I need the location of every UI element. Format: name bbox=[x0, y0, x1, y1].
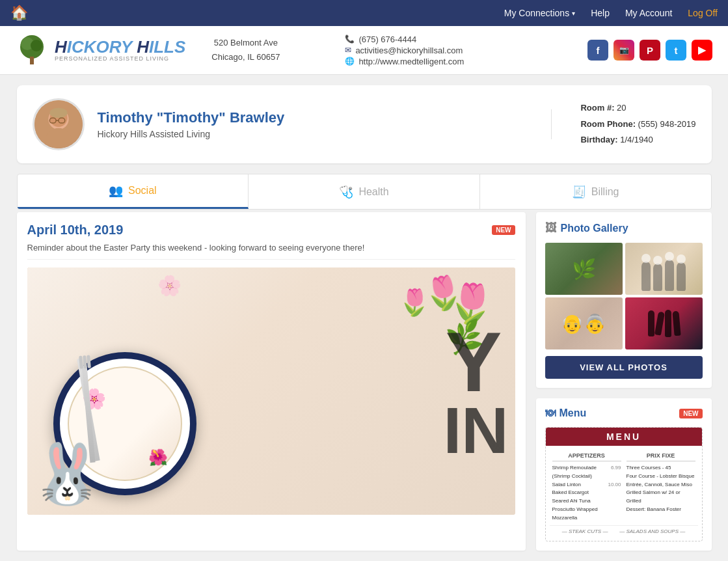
room-number: 20 bbox=[617, 103, 626, 113]
menu-item: Shrimp Remoulade (Shrimp Cocktail) 6.99 bbox=[552, 464, 621, 481]
social-feed: April 10th, 2019 NEW Reminder about the … bbox=[17, 212, 526, 551]
profile-details: Room #: 20 Room Phone: (555) 948-2019 Bi… bbox=[565, 100, 695, 148]
logo-tagline: Personalized Assisted Living bbox=[55, 55, 185, 62]
big-letter-in: IN bbox=[444, 398, 509, 463]
menu-card: 🍽 Menu NEW MENU APPETIZERS Shrimp Remoul… bbox=[536, 398, 712, 551]
chevron-down-icon: ▾ bbox=[572, 10, 575, 17]
menu-columns: APPETIZERS Shrimp Remoulade (Shrimp Cock… bbox=[546, 446, 702, 541]
view-all-photos-button[interactable]: VIEW ALL PHOTOS bbox=[545, 356, 703, 379]
avatar-image bbox=[34, 100, 83, 149]
steak-divider: — STEAK CUTS — — SALADS AND SOUPS — bbox=[550, 525, 698, 537]
photo-thumb-2[interactable] bbox=[625, 243, 703, 295]
menu-icon: 🍽 bbox=[545, 407, 556, 419]
rabbit: 🐰 bbox=[31, 440, 103, 508]
prix-fixe-header: PRIX FIXE bbox=[627, 452, 695, 461]
logo-area: HICKORY HILLS Personalized Assisted Livi… bbox=[16, 34, 185, 66]
big-letter-y: Y bbox=[446, 320, 502, 404]
menu-item: Prosciutto Wrapped Mozzarella bbox=[552, 506, 621, 523]
logo-tree-icon bbox=[16, 34, 48, 66]
my-account-link[interactable]: My Account bbox=[625, 8, 672, 18]
profile-card: Timothy "Timothy" Brawley Hickory Hills … bbox=[17, 85, 712, 163]
post-date-row: April 10th, 2019 NEW bbox=[27, 223, 515, 238]
menu-header: MENU bbox=[546, 428, 702, 446]
menu-item: Entrée, Cannoli, Sauce Miso bbox=[627, 481, 695, 489]
post-date: April 10th, 2019 bbox=[27, 223, 124, 238]
tab-billing-label: Billing bbox=[591, 186, 619, 198]
web-icon: 🌐 bbox=[345, 57, 355, 66]
tab-health[interactable]: 🩺 Health bbox=[249, 174, 480, 209]
health-icon: 🩺 bbox=[339, 185, 353, 199]
room-label: Room #: bbox=[580, 103, 614, 113]
menu-new-badge: NEW bbox=[679, 409, 702, 418]
appetizers-header: APPETIZERS bbox=[552, 452, 621, 461]
tab-social[interactable]: 👥 Social bbox=[18, 174, 249, 209]
main-content: Timothy "Timothy" Brawley Hickory Hills … bbox=[7, 85, 722, 551]
svg-point-3 bbox=[31, 40, 42, 51]
tab-billing[interactable]: 🧾 Billing bbox=[480, 174, 711, 209]
instagram-icon[interactable]: 📷 bbox=[613, 40, 634, 61]
room-phone-label: Room Phone: bbox=[580, 119, 636, 129]
profile-facility: Hickory Hills Assisted Living bbox=[98, 129, 536, 139]
profile-name-area: Timothy "Timothy" Brawley Hickory Hills … bbox=[98, 109, 552, 139]
my-connections-link[interactable]: My Connections ▾ bbox=[504, 8, 575, 18]
twitter-icon[interactable]: t bbox=[666, 40, 686, 61]
menu-title: Menu bbox=[559, 407, 587, 419]
svg-rect-1 bbox=[30, 57, 34, 64]
email-icon: ✉ bbox=[345, 46, 351, 55]
phone-icon: 📞 bbox=[345, 34, 355, 44]
photo-thumb-4[interactable] bbox=[625, 297, 703, 349]
photo-gallery-title: Photo Gallery bbox=[561, 223, 628, 234]
billing-icon: 🧾 bbox=[572, 185, 586, 199]
nav-links: My Connections ▾ Help My Account Log Off bbox=[504, 8, 718, 18]
menu-item: Seared Ahi Tuna bbox=[552, 497, 621, 506]
top-navigation: 🏠 My Connections ▾ Help My Account Log O… bbox=[0, 0, 728, 26]
menu-item: Four Course - Lobster Bisque bbox=[627, 472, 695, 481]
youtube-icon[interactable]: ▶ bbox=[692, 40, 712, 61]
site-header: HICKORY HILLS Personalized Assisted Livi… bbox=[0, 26, 728, 75]
content-area: April 10th, 2019 NEW Reminder about the … bbox=[17, 212, 712, 551]
room-phone: (555) 948-2019 bbox=[638, 119, 696, 129]
logo-name: HICKORY HILLS bbox=[55, 38, 185, 55]
social-icon: 👥 bbox=[109, 184, 123, 198]
photo-grid: 🌿 👴👵 bbox=[545, 243, 703, 349]
contact-info: 📞 (675) 676-4444 ✉ activities@hickoryhil… bbox=[345, 34, 464, 66]
new-badge: NEW bbox=[492, 225, 515, 235]
menu-item: Grilled Salmon w/ 24 or Grilled bbox=[627, 489, 695, 506]
post-description: Reminder about the Easter Party this wee… bbox=[27, 243, 515, 260]
avatar bbox=[33, 98, 85, 150]
photo-thumb-1[interactable]: 🌿 bbox=[545, 243, 623, 295]
facebook-icon[interactable]: f bbox=[587, 40, 608, 61]
tabs: 👥 Social 🩺 Health 🧾 Billing bbox=[17, 174, 712, 210]
menu-item: Baked Escargot bbox=[552, 489, 621, 497]
post-image: 🌸 🌺 bbox=[27, 267, 515, 515]
photo-gallery-icon: 🖼 bbox=[545, 221, 557, 235]
photo-gallery-card: 🖼 Photo Gallery 🌿 bbox=[536, 212, 712, 388]
menu-item: Salad Linton 10.00 bbox=[552, 481, 621, 489]
birthday-label: Birthday: bbox=[580, 135, 617, 144]
home-icon[interactable]: 🏠 bbox=[10, 5, 28, 21]
menu-item: Dessert: Banana Foster bbox=[627, 506, 695, 514]
profile-name: Timothy "Timothy" Brawley bbox=[98, 109, 536, 126]
log-off-link[interactable]: Log Off bbox=[688, 8, 718, 18]
menu-item: Three Courses - 45 bbox=[627, 464, 695, 472]
tab-social-label: Social bbox=[128, 185, 157, 197]
tab-health-label: Health bbox=[358, 186, 388, 198]
menu-inner: MENU APPETIZERS Shrimp Remoulade (Shrimp… bbox=[545, 427, 703, 541]
social-icons: f 📷 P t ▶ bbox=[587, 40, 712, 61]
birthday: 1/4/1940 bbox=[620, 135, 653, 144]
pinterest-icon[interactable]: P bbox=[640, 40, 660, 61]
sidebar: 🖼 Photo Gallery 🌿 bbox=[536, 212, 712, 551]
help-link[interactable]: Help bbox=[591, 8, 610, 18]
svg-point-7 bbox=[49, 108, 67, 118]
contact-address: 520 Belmont Ave Chicago, IL 60657 bbox=[211, 36, 280, 64]
photo-thumb-3[interactable]: 👴👵 bbox=[545, 297, 623, 349]
